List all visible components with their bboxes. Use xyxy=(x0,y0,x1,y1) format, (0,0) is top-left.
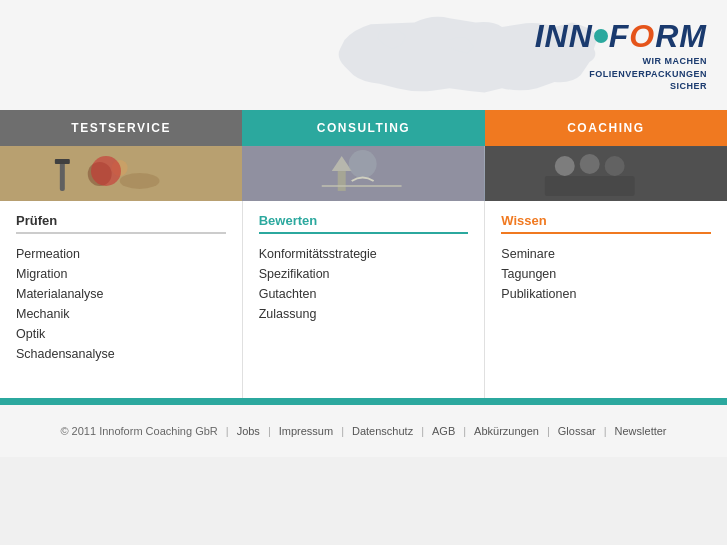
col-items-prufen: Permeation Migration Materialanalyse Mec… xyxy=(16,244,226,364)
banner-coaching xyxy=(485,146,727,201)
list-item[interactable]: Tagungen xyxy=(501,264,711,284)
col-items-wissen: Seminare Tagungen Publikationen xyxy=(501,244,711,304)
separator: | xyxy=(341,425,344,437)
footer-link-agb[interactable]: AGB xyxy=(432,425,455,437)
svg-rect-4 xyxy=(55,159,70,164)
banner-testservice xyxy=(0,146,242,201)
col-heading-wissen: Wissen xyxy=(501,213,711,234)
footer-link-impressum[interactable]: Impressum xyxy=(279,425,333,437)
col-heading-bewerten: Bewerten xyxy=(259,213,469,234)
svg-point-13 xyxy=(604,156,624,176)
column-prufen: Prüfen Permeation Migration Materialanal… xyxy=(0,201,243,398)
consulting-banner-graphic xyxy=(242,146,484,201)
col-heading-prufen: Prüfen xyxy=(16,213,226,234)
copyright: © 2011 Innoform Coaching GbR xyxy=(60,425,217,437)
footer-link-glossar[interactable]: Glossar xyxy=(558,425,596,437)
logo-tagline: WIR MACHEN FOLIENVERPACKUNGEN SICHER xyxy=(535,55,707,93)
banner-consulting xyxy=(242,146,484,201)
footer-link-datenschutz[interactable]: Datenschutz xyxy=(352,425,413,437)
footer-link-abkuerzungen[interactable]: Abkürzungen xyxy=(474,425,539,437)
footer-links: © 2011 Innoform Coaching GbR | Jobs | Im… xyxy=(0,425,727,437)
svg-point-8 xyxy=(349,150,377,178)
col-items-bewerten: Konformitätsstrategie Spezifikation Guta… xyxy=(259,244,469,324)
list-item[interactable]: Schadensanalyse xyxy=(16,344,226,364)
list-item[interactable]: Mechanik xyxy=(16,304,226,324)
nav-tabs: TESTSERVICE CONSULTING COACHING xyxy=(0,110,727,146)
list-item[interactable]: Publikationen xyxy=(501,284,711,304)
logo-area: INNFORM WIR MACHEN FOLIENVERPACKUNGEN SI… xyxy=(535,18,707,93)
list-item[interactable]: Gutachten xyxy=(259,284,469,304)
svg-rect-10 xyxy=(485,146,727,201)
separator: | xyxy=(547,425,550,437)
column-bewerten: Bewerten Konformitätsstrategie Spezifika… xyxy=(243,201,486,398)
list-item[interactable]: Spezifikation xyxy=(259,264,469,284)
separator: | xyxy=(604,425,607,437)
column-wissen: Wissen Seminare Tagungen Publikationen xyxy=(485,201,727,398)
separator: | xyxy=(421,425,424,437)
list-item[interactable]: Konformitätsstrategie xyxy=(259,244,469,264)
logo: INNFORM xyxy=(535,18,707,55)
coaching-banner-graphic xyxy=(485,146,727,201)
svg-rect-3 xyxy=(60,161,65,191)
banner-row xyxy=(0,146,727,201)
footer-link-newsletter[interactable]: Newsletter xyxy=(615,425,667,437)
svg-point-1 xyxy=(88,162,112,186)
footer: © 2011 Innoform Coaching GbR | Jobs | Im… xyxy=(0,405,727,457)
svg-point-5 xyxy=(120,173,160,189)
header: INNFORM WIR MACHEN FOLIENVERPACKUNGEN SI… xyxy=(0,0,727,110)
svg-point-11 xyxy=(554,156,574,176)
list-item[interactable]: Zulassung xyxy=(259,304,469,324)
list-item[interactable]: Optik xyxy=(16,324,226,344)
list-item[interactable]: Permeation xyxy=(16,244,226,264)
testservice-banner-graphic xyxy=(0,146,242,201)
content-area: Prüfen Permeation Migration Materialanal… xyxy=(0,201,727,401)
footer-link-jobs[interactable]: Jobs xyxy=(237,425,260,437)
svg-point-2 xyxy=(112,160,128,176)
tab-coaching[interactable]: COACHING xyxy=(485,110,727,146)
svg-point-12 xyxy=(579,154,599,174)
svg-rect-7 xyxy=(338,171,346,191)
svg-rect-14 xyxy=(544,176,634,196)
separator: | xyxy=(463,425,466,437)
tab-consulting[interactable]: CONSULTING xyxy=(242,110,484,146)
list-item[interactable]: Seminare xyxy=(501,244,711,264)
separator: | xyxy=(268,425,271,437)
list-item[interactable]: Migration xyxy=(16,264,226,284)
tab-testservice[interactable]: TESTSERVICE xyxy=(0,110,242,146)
svg-rect-6 xyxy=(242,146,484,201)
svg-rect-0 xyxy=(0,146,242,201)
list-item[interactable]: Materialanalyse xyxy=(16,284,226,304)
separator: | xyxy=(226,425,229,437)
